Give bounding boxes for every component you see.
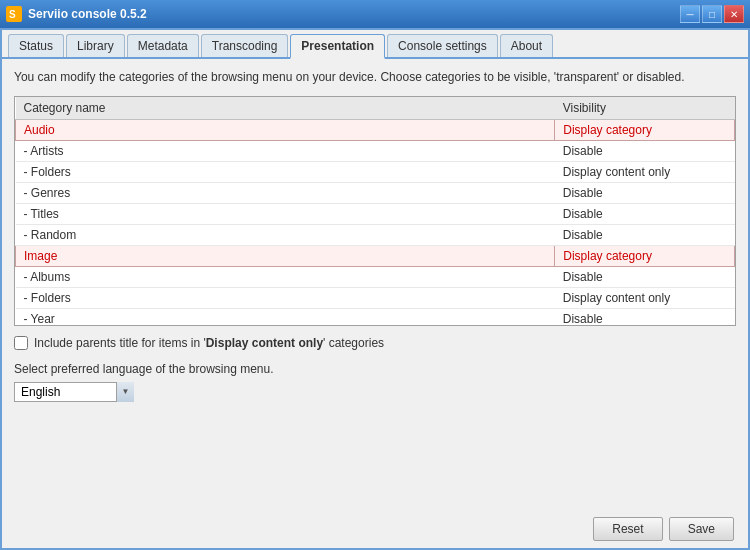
table-row[interactable]: - FoldersDisplay content only [16, 161, 735, 182]
tab-presentation[interactable]: Presentation [290, 34, 385, 59]
row-category-name: - Genres [16, 182, 555, 203]
row-category-name: - Folders [16, 161, 555, 182]
tab-console-settings[interactable]: Console settings [387, 34, 498, 57]
table-row[interactable]: - AlbumsDisable [16, 266, 735, 287]
row-category-name: - Year [16, 308, 555, 326]
language-select-wrapper[interactable]: EnglishFrenchGermanSpanishItalian ▼ [14, 382, 134, 402]
row-visibility: Disable [555, 224, 735, 245]
checkbox-label[interactable]: Include parents title for items in 'Disp… [34, 336, 384, 350]
col-header-visibility: Visibility [555, 97, 735, 120]
tab-about[interactable]: About [500, 34, 553, 57]
category-row[interactable]: AudioDisplay category [16, 119, 735, 140]
row-visibility: Disable [555, 308, 735, 326]
col-header-name: Category name [16, 97, 555, 120]
window-title: Serviio console 0.5.2 [28, 7, 147, 21]
row-category-name: - Random [16, 224, 555, 245]
category-row[interactable]: ImageDisplay category [16, 245, 735, 266]
include-parents-checkbox[interactable] [14, 336, 28, 350]
row-category-name: - Albums [16, 266, 555, 287]
row-visibility: Display content only [555, 287, 735, 308]
table-row[interactable]: - FoldersDisplay content only [16, 287, 735, 308]
row-visibility: Display category [555, 245, 735, 266]
tab-library[interactable]: Library [66, 34, 125, 57]
row-category-name: - Titles [16, 203, 555, 224]
language-select[interactable]: EnglishFrenchGermanSpanishItalian [14, 382, 134, 402]
row-visibility: Disable [555, 182, 735, 203]
window-body: You can modify the categories of the bro… [2, 59, 748, 550]
table-row[interactable]: - RandomDisable [16, 224, 735, 245]
table-row[interactable]: - TitlesDisable [16, 203, 735, 224]
tab-status[interactable]: Status [8, 34, 64, 57]
title-bar: S Serviio console 0.5.2 ─ □ ✕ [0, 0, 750, 28]
table-row[interactable]: - YearDisable [16, 308, 735, 326]
main-window: Status Library Metadata Transcoding Pres… [0, 28, 750, 550]
checkbox-label-highlight: Display content only [206, 336, 323, 350]
row-visibility: Disable [555, 140, 735, 161]
content-area: You can modify the categories of the bro… [2, 59, 748, 412]
language-label: Select preferred language of the browsin… [14, 362, 736, 376]
checkbox-area: Include parents title for items in 'Disp… [14, 336, 736, 350]
row-visibility: Disable [555, 203, 735, 224]
description-text: You can modify the categories of the bro… [14, 69, 736, 86]
table-row[interactable]: - GenresDisable [16, 182, 735, 203]
close-button[interactable]: ✕ [724, 5, 744, 23]
row-visibility: Display category [555, 119, 735, 140]
row-visibility: Disable [555, 266, 735, 287]
categories-table-container[interactable]: Category name Visibility AudioDisplay ca… [14, 96, 736, 326]
row-category-name: - Folders [16, 287, 555, 308]
tab-metadata[interactable]: Metadata [127, 34, 199, 57]
tab-bar: Status Library Metadata Transcoding Pres… [2, 30, 748, 59]
row-category-name: Image [16, 245, 555, 266]
checkbox-label-before: Include parents title for items in ' [34, 336, 206, 350]
save-button[interactable]: Save [669, 517, 734, 541]
reset-button[interactable]: Reset [593, 517, 662, 541]
button-bar: Reset Save [593, 517, 734, 541]
minimize-button[interactable]: ─ [680, 5, 700, 23]
window-controls: ─ □ ✕ [680, 5, 744, 23]
tab-transcoding[interactable]: Transcoding [201, 34, 289, 57]
categories-table: Category name Visibility AudioDisplay ca… [15, 97, 735, 326]
svg-text:S: S [9, 9, 16, 20]
maximize-button[interactable]: □ [702, 5, 722, 23]
table-row[interactable]: - ArtistsDisable [16, 140, 735, 161]
row-category-name: - Artists [16, 140, 555, 161]
checkbox-label-after: ' categories [323, 336, 384, 350]
app-icon: S [6, 6, 22, 22]
row-visibility: Display content only [555, 161, 735, 182]
row-category-name: Audio [16, 119, 555, 140]
